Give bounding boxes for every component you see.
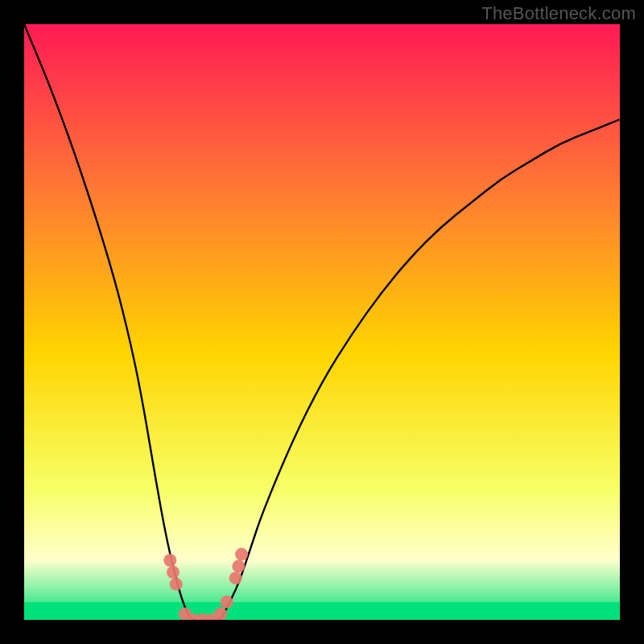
data-marker <box>170 578 183 591</box>
data-marker <box>163 554 176 567</box>
green-baseline-band <box>24 602 620 620</box>
data-marker <box>232 559 245 572</box>
data-marker <box>235 548 248 561</box>
watermark-text: TheBottleneck.com <box>481 3 636 24</box>
data-marker <box>229 572 242 584</box>
data-marker <box>221 596 233 609</box>
chart-frame: TheBottleneck.com <box>0 0 644 644</box>
plot-svg <box>24 24 620 620</box>
data-marker <box>214 608 227 620</box>
gradient-background <box>24 24 620 620</box>
data-marker <box>167 566 180 579</box>
bottleneck-plot <box>24 24 620 620</box>
